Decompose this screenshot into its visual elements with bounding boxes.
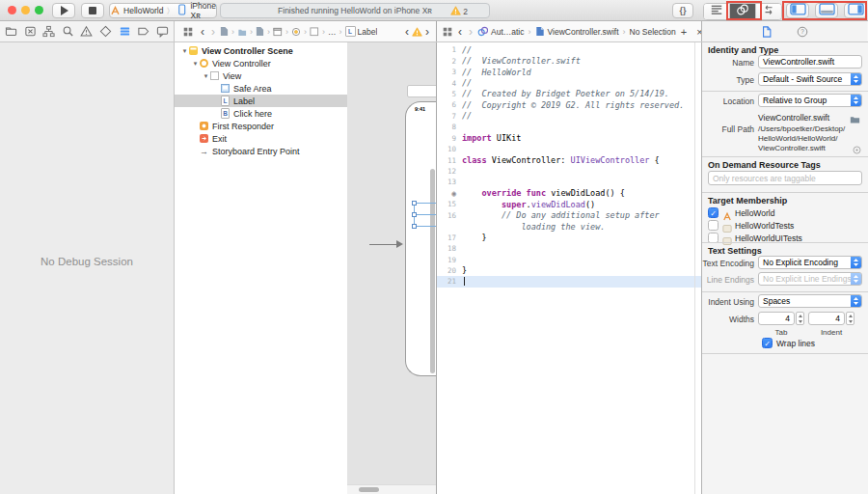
jump-bar-file-name[interactable]: ViewController.swift (548, 27, 619, 37)
odr-tags-field[interactable]: Only resources are taggable (708, 171, 862, 185)
indent-using-dropdown[interactable]: Spaces (758, 294, 862, 308)
scene-title-plate[interactable] (407, 85, 436, 97)
outline-row-click-here[interactable]: BClick here (175, 107, 347, 120)
code-line-21[interactable]: 21 (437, 276, 701, 287)
ib-jump-bar-item[interactable] (291, 23, 301, 41)
line-number: 4 (437, 79, 459, 88)
target-checkbox-helloworldtests[interactable] (708, 220, 719, 231)
code-line-20[interactable]: 20} (437, 265, 701, 276)
warning-badge[interactable]: 2 (450, 6, 468, 17)
code-line-8[interactable]: 8 (437, 122, 701, 132)
ib-jump-bar-item[interactable]: … (328, 27, 337, 37)
safe-area-icon (221, 84, 230, 93)
canvas-vertical-scrollbar[interactable] (430, 169, 435, 373)
related-items-icon[interactable] (442, 23, 453, 40)
code-line-4[interactable]: 4// (437, 77, 701, 88)
text-encoding-dropdown[interactable]: No Explicit Encoding (758, 256, 862, 269)
code-line-5[interactable]: 5// Created by Bridget Poetker on 5/14/1… (437, 89, 701, 99)
outline-row-view-controller-scene[interactable]: ▾View Controller Scene (175, 44, 347, 57)
code-line-12[interactable]: 12 (437, 166, 701, 177)
canvas-horizontal-scrollbar[interactable] (359, 487, 379, 492)
add-assistant-editor-button[interactable]: + (679, 27, 689, 37)
disclosure-triangle-icon[interactable]: ▾ (180, 47, 189, 55)
resize-handle[interactable] (412, 212, 417, 217)
outline-row-exit[interactable]: Exit (175, 132, 347, 145)
code-line-2[interactable]: 2// ViewController.swift (437, 55, 701, 66)
name-field[interactable]: ViewController.swift (758, 55, 862, 69)
code-line-16[interactable]: 16 // Do any additional setup after (437, 210, 701, 221)
zoom-window-button[interactable] (35, 6, 43, 14)
disclosure-triangle-icon[interactable]: ▾ (191, 60, 200, 68)
wrap-lines-checkbox[interactable] (762, 338, 773, 348)
minimize-window-button[interactable] (21, 6, 30, 14)
code-line-1[interactable]: 1// (437, 44, 701, 55)
code-line-13[interactable]: 13 (437, 177, 701, 187)
line-endings-dropdown[interactable]: No Explicit Line Endings (758, 272, 862, 286)
code-line-19[interactable]: 19 (437, 254, 701, 264)
editor-forward-button[interactable]: › (467, 27, 475, 37)
outline-row-safe-area[interactable]: Safe Area (175, 82, 347, 95)
breakpoint-navigator-icon[interactable] (135, 23, 151, 40)
resize-handle[interactable] (412, 224, 417, 229)
jump-bar-selection[interactable]: No Selection (630, 27, 676, 37)
scheme-selector[interactable]: HelloWorld 〉 iPhone Xʀ (109, 3, 217, 18)
close-window-button[interactable] (8, 6, 16, 14)
ib-jump-bar-item[interactable] (310, 23, 319, 41)
code-line-3[interactable]: 3// HelloWorld (437, 67, 701, 77)
report-navigator-icon[interactable] (154, 23, 171, 40)
editor-back-button[interactable]: ‹ (456, 27, 464, 37)
target-checkbox-helloworld[interactable] (708, 207, 719, 218)
run-button[interactable] (52, 3, 75, 18)
code-line-15[interactable]: 15 super.viewDidLoad() (437, 199, 701, 209)
ib-jump-bar-item[interactable]: LLabel (345, 26, 378, 37)
code-line-7[interactable]: 7// (437, 111, 701, 122)
test-navigator-icon[interactable] (97, 23, 114, 40)
issue-warning-icon[interactable] (412, 23, 422, 41)
ib-jump-bar-item[interactable] (220, 23, 229, 41)
disclosure-triangle-icon[interactable]: ▾ (202, 72, 210, 80)
source-code-editor[interactable]: 1//2// ViewController.swift3// HelloWorl… (436, 42, 701, 494)
file-inspector-tab[interactable] (759, 23, 775, 40)
ib-back-button[interactable]: ‹ (199, 27, 206, 37)
tab-width-field[interactable]: 4 (758, 312, 795, 325)
symbol-navigator-icon[interactable] (41, 23, 57, 40)
outline-row-first-responder[interactable]: First Responder (175, 120, 347, 132)
code-line-18[interactable]: 18 (437, 243, 701, 254)
ib-jump-bar-item[interactable] (273, 23, 283, 41)
issue-navigator-icon[interactable] (78, 23, 95, 40)
next-issue-button[interactable]: › (423, 27, 431, 37)
debug-navigator-icon[interactable] (117, 23, 133, 40)
code-review-button[interactable]: {} (672, 3, 693, 18)
code-line-wrap[interactable]: loading the view. (437, 221, 701, 232)
code-line-11[interactable]: 11class ViewController: UIViewController… (437, 154, 701, 165)
ib-jump-bar-item[interactable] (237, 23, 247, 41)
tab-width-stepper[interactable] (796, 312, 804, 325)
code-line-17[interactable]: 17 } (437, 232, 701, 242)
outline-row-label: First Responder (212, 122, 274, 131)
outline-row-storyboard-entry-point[interactable]: →Storyboard Entry Point (175, 145, 347, 157)
project-navigator-icon[interactable] (3, 23, 19, 40)
ib-forward-button[interactable]: › (209, 27, 217, 37)
type-dropdown[interactable]: Default - Swift Source (758, 72, 862, 86)
code-line-6[interactable]: 6// Copyright © 2019 G2. All rights rese… (437, 99, 701, 110)
indent-width-stepper[interactable] (846, 312, 854, 325)
ib-jump-bar-item[interactable] (256, 23, 264, 41)
code-line-14[interactable]: ◉ override func viewDidLoad() { (437, 188, 701, 199)
outline-row-view[interactable]: ▾View (175, 69, 347, 82)
indent-width-field[interactable]: 4 (808, 312, 845, 325)
automatic-mode-label[interactable]: Aut…atic (491, 27, 525, 37)
storyboard-canvas[interactable]: 9:41 (347, 42, 436, 494)
quick-help-inspector-tab[interactable]: ? (795, 23, 811, 40)
stop-button[interactable] (81, 3, 104, 18)
code-line-9[interactable]: 9import UIKit (437, 133, 701, 144)
outline-row-label[interactable]: LLabel (175, 95, 347, 107)
outline-row-view-controller[interactable]: ▾View Controller (175, 57, 347, 69)
source-control-navigator-icon[interactable] (22, 23, 39, 40)
location-dropdown[interactable]: Relative to Group (758, 94, 862, 107)
previous-issue-button[interactable]: ‹ (403, 27, 411, 37)
folder-icon[interactable] (850, 111, 860, 128)
code-line-10[interactable]: 10 (437, 144, 701, 154)
resize-handle[interactable] (412, 201, 417, 206)
find-navigator-icon[interactable] (60, 23, 76, 40)
related-items-icon[interactable] (179, 23, 196, 40)
